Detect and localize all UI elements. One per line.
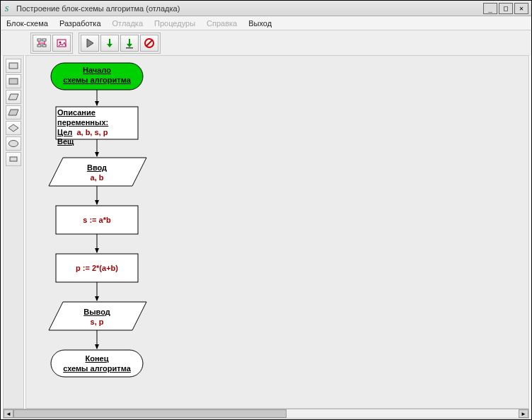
shape-rect-icon: [8, 61, 19, 71]
shape-palette: [3, 55, 24, 409]
palette-rect[interactable]: [6, 59, 21, 73]
proc2-label: p := 2*(a+b): [56, 264, 138, 274]
tool-image-icon: [56, 37, 67, 49]
start-label: Начало схемы алгоритма: [51, 66, 143, 86]
shape-parallelogram-icon: [8, 92, 19, 102]
palette-rect-small[interactable]: [6, 152, 21, 166]
palette-rect2[interactable]: [6, 74, 21, 88]
menu-bar: Блок-схема Разработка Отладка Процедуры …: [1, 16, 531, 30]
svg-marker-15: [8, 94, 18, 100]
svg-point-18: [9, 141, 18, 147]
stop-button[interactable]: [140, 35, 158, 52]
toolbar: [1, 30, 531, 56]
shape-diamond-icon: [8, 123, 19, 133]
shape-ellipse-icon: [8, 139, 19, 148]
maximize-button[interactable]: □: [499, 3, 513, 14]
input-label: Ввод a, b: [54, 163, 139, 183]
output-label: Вывод s, p: [54, 308, 139, 327]
scroll-left-button[interactable]: ◄: [4, 409, 13, 418]
menu-block-scheme[interactable]: Блок-схема: [6, 19, 48, 28]
minimize-button[interactable]: _: [483, 3, 497, 14]
horizontal-scrollbar[interactable]: ◄ ►: [3, 409, 529, 419]
step-over-button[interactable]: [100, 35, 119, 52]
svg-point-6: [59, 42, 62, 44]
work-area: Начало схемы алгоритма Описание переменн…: [3, 55, 529, 409]
decl-label: Описание переменных: Цел a, b, s, p Вещ: [57, 108, 138, 147]
svg-rect-10: [126, 47, 133, 49]
svg-rect-14: [9, 78, 18, 84]
svg-rect-13: [9, 63, 18, 69]
menu-help: Справка: [207, 19, 237, 28]
end-label: Конец схемы алгоритма: [51, 354, 143, 374]
step-into-icon: [124, 37, 135, 49]
shape-rect2-icon: [8, 76, 19, 86]
scroll-right-button[interactable]: ►: [519, 409, 528, 418]
toolbar-group-edit: [30, 33, 73, 54]
svg-marker-7: [87, 39, 93, 47]
svg-rect-4: [42, 45, 46, 47]
menu-debug: Отладка: [112, 19, 143, 28]
scroll-track[interactable]: [13, 409, 519, 418]
tool-struct-button[interactable]: [33, 35, 51, 52]
step-over-icon: [104, 37, 115, 49]
svg-rect-1: [37, 39, 41, 41]
svg-rect-2: [42, 39, 46, 41]
svg-text:S: S: [5, 4, 9, 12]
run-icon: [84, 37, 96, 49]
menu-exit[interactable]: Выход: [248, 19, 272, 28]
palette-parallelogram[interactable]: [6, 90, 21, 104]
title-bar: S Построение блок-схемы алгоритма (отлад…: [1, 1, 531, 16]
svg-marker-8: [107, 44, 112, 47]
palette-diamond[interactable]: [6, 121, 21, 135]
app-icon: S: [4, 4, 13, 13]
proc1-label: s := a*b: [56, 216, 138, 226]
step-into-button[interactable]: [120, 35, 139, 52]
svg-marker-9: [127, 44, 132, 47]
menu-development[interactable]: Разработка: [59, 19, 101, 28]
svg-marker-16: [8, 110, 18, 115]
close-button[interactable]: ✕: [514, 3, 528, 14]
tool-struct-icon: [36, 37, 47, 49]
scroll-thumb[interactable]: [13, 409, 287, 418]
palette-ellipse[interactable]: [6, 136, 21, 151]
canvas[interactable]: Начало схемы алгоритма Описание переменн…: [25, 55, 529, 409]
toolbar-group-run: [79, 33, 161, 54]
svg-line-12: [146, 40, 152, 46]
svg-rect-19: [10, 157, 17, 161]
shape-rect-small-icon: [8, 154, 19, 164]
svg-rect-3: [37, 45, 41, 47]
palette-parallelogram2[interactable]: [6, 105, 21, 119]
svg-marker-17: [8, 124, 18, 132]
stop-icon: [144, 37, 155, 49]
tool-image-button[interactable]: [52, 35, 71, 52]
shape-parallelogram2-icon: [8, 107, 19, 117]
window-title: Построение блок-схемы алгоритма (отладка…: [16, 4, 482, 13]
menu-procedures: Процедуры: [154, 19, 195, 28]
run-button[interactable]: [81, 35, 99, 52]
